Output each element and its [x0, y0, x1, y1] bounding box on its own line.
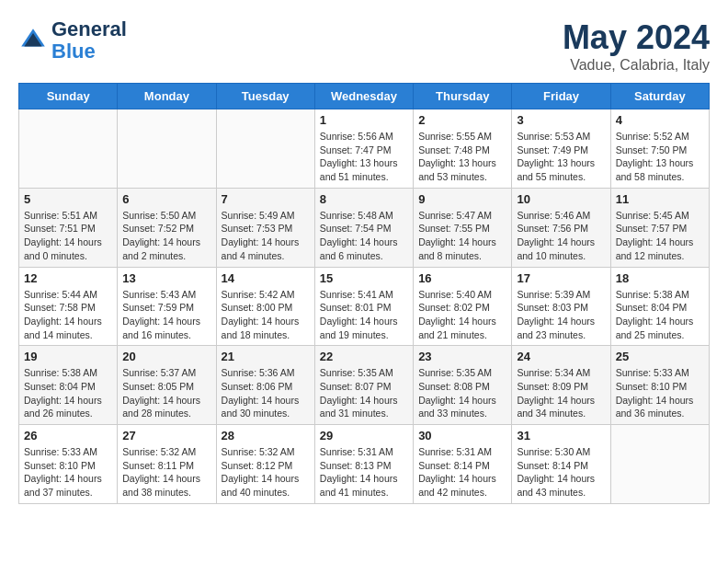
cell-content: Sunset: 7:55 PM: [418, 222, 506, 236]
cell-content: Sunset: 8:14 PM: [517, 459, 605, 473]
cell-content: and 0 minutes.: [24, 249, 112, 263]
cell-content: Sunset: 7:58 PM: [24, 301, 112, 315]
day-number: 5: [24, 192, 112, 206]
cell-content: Sunset: 8:04 PM: [616, 301, 704, 315]
cell-content: Sunset: 8:06 PM: [222, 380, 310, 394]
day-number: 22: [320, 350, 408, 363]
cell-content: Sunset: 8:00 PM: [222, 301, 310, 315]
cell-content: Daylight: 14 hours: [24, 315, 112, 328]
cell-content: Sunrise: 5:48 AM: [320, 209, 408, 223]
cell-content: and 14 minutes.: [24, 328, 112, 342]
cell-content: and 43 minutes.: [517, 486, 605, 500]
day-number: 25: [616, 350, 704, 363]
day-number: 18: [616, 271, 704, 285]
cell-content: Sunset: 8:10 PM: [24, 459, 112, 473]
calendar-cell: 30Sunrise: 5:31 AMSunset: 8:14 PMDayligh…: [414, 425, 512, 504]
cell-content: Sunset: 7:49 PM: [517, 144, 605, 157]
cell-content: Sunrise: 5:51 AM: [24, 209, 112, 223]
cell-content: and 38 minutes.: [122, 486, 210, 500]
calendar-cell: 2Sunrise: 5:55 AMSunset: 7:48 PMDaylight…: [414, 109, 512, 189]
cell-content: and 51 minutes.: [320, 170, 408, 184]
cell-content: Daylight: 14 hours: [24, 394, 112, 408]
calendar-cell: 28Sunrise: 5:32 AMSunset: 8:12 PMDayligh…: [216, 425, 314, 504]
calendar-cell: 12Sunrise: 5:44 AMSunset: 7:58 PMDayligh…: [19, 267, 118, 346]
cell-content: and 28 minutes.: [122, 407, 210, 420]
day-number: 21: [222, 350, 310, 363]
cell-content: and 19 minutes.: [320, 328, 408, 342]
day-number: 2: [418, 113, 506, 127]
cell-content: and 37 minutes.: [24, 486, 112, 500]
cell-content: Sunrise: 5:30 AM: [517, 445, 605, 459]
cell-content: and 40 minutes.: [222, 486, 310, 500]
cell-content: Daylight: 13 hours: [616, 156, 704, 170]
day-number: 27: [122, 429, 210, 442]
cell-content: Daylight: 13 hours: [418, 156, 506, 170]
cell-content: Daylight: 14 hours: [122, 236, 210, 249]
cell-content: Sunrise: 5:52 AM: [616, 130, 704, 144]
week-row-3: 12Sunrise: 5:44 AMSunset: 7:58 PMDayligh…: [19, 267, 710, 346]
calendar-cell: 13Sunrise: 5:43 AMSunset: 7:59 PMDayligh…: [118, 267, 216, 346]
cell-content: Daylight: 14 hours: [122, 394, 210, 408]
cell-content: and 23 minutes.: [517, 328, 605, 342]
cell-content: and 8 minutes.: [418, 249, 506, 263]
calendar-cell: [118, 109, 216, 189]
day-number: 9: [418, 192, 506, 206]
calendar-cell: 3Sunrise: 5:53 AMSunset: 7:49 PMDaylight…: [512, 109, 610, 189]
cell-content: Sunrise: 5:33 AM: [616, 366, 704, 380]
location-subtitle: Vadue, Calabria, Italy: [563, 57, 710, 74]
week-row-4: 19Sunrise: 5:38 AMSunset: 8:04 PMDayligh…: [19, 346, 710, 425]
calendar-cell: 31Sunrise: 5:30 AMSunset: 8:14 PMDayligh…: [512, 425, 610, 504]
day-number: 11: [616, 192, 704, 206]
day-number: 30: [418, 429, 506, 442]
cell-content: Sunset: 8:11 PM: [122, 459, 210, 473]
cell-content: Sunset: 8:10 PM: [616, 380, 704, 394]
cell-content: Sunrise: 5:43 AM: [122, 288, 210, 302]
cell-content: Daylight: 14 hours: [418, 472, 506, 486]
calendar-cell: 29Sunrise: 5:31 AMSunset: 8:13 PMDayligh…: [314, 425, 413, 504]
cell-content: Sunrise: 5:45 AM: [616, 209, 704, 223]
calendar-cell: 4Sunrise: 5:52 AMSunset: 7:50 PMDaylight…: [610, 109, 709, 189]
cell-content: Sunrise: 5:47 AM: [418, 209, 506, 223]
cell-content: Daylight: 14 hours: [616, 315, 704, 328]
cell-content: and 10 minutes.: [517, 249, 605, 263]
day-number: 23: [418, 350, 506, 363]
week-row-5: 26Sunrise: 5:33 AMSunset: 8:10 PMDayligh…: [19, 425, 710, 504]
calendar-cell: 20Sunrise: 5:37 AMSunset: 8:05 PMDayligh…: [118, 346, 216, 425]
day-number: 31: [517, 429, 605, 442]
weekday-header-saturday: Saturday: [610, 84, 709, 109]
cell-content: Daylight: 14 hours: [24, 472, 112, 486]
cell-content: Daylight: 14 hours: [517, 394, 605, 408]
calendar-cell: 27Sunrise: 5:32 AMSunset: 8:11 PMDayligh…: [118, 425, 216, 504]
day-number: 17: [517, 271, 605, 285]
weekday-header-friday: Friday: [512, 84, 610, 109]
logo: GeneralBlue: [18, 18, 127, 63]
calendar-table: SundayMondayTuesdayWednesdayThursdayFrid…: [18, 83, 710, 504]
cell-content: Sunset: 8:13 PM: [320, 459, 408, 473]
cell-content: Sunset: 7:48 PM: [418, 144, 506, 157]
weekday-header-row: SundayMondayTuesdayWednesdayThursdayFrid…: [19, 84, 710, 109]
calendar-cell: 24Sunrise: 5:34 AMSunset: 8:09 PMDayligh…: [512, 346, 610, 425]
day-number: 1: [320, 113, 408, 127]
cell-content: Sunset: 8:08 PM: [418, 380, 506, 394]
cell-content: Daylight: 14 hours: [320, 394, 408, 408]
day-number: 10: [517, 192, 605, 206]
cell-content: and 16 minutes.: [122, 328, 210, 342]
cell-content: Daylight: 14 hours: [418, 394, 506, 408]
cell-content: Sunrise: 5:56 AM: [320, 130, 408, 144]
cell-content: Daylight: 14 hours: [222, 472, 310, 486]
cell-content: Sunset: 7:53 PM: [222, 222, 310, 236]
cell-content: Sunset: 8:07 PM: [320, 380, 408, 394]
cell-content: Sunrise: 5:49 AM: [222, 209, 310, 223]
day-number: 20: [122, 350, 210, 363]
cell-content: and 12 minutes.: [616, 249, 704, 263]
week-row-1: 1Sunrise: 5:56 AMSunset: 7:47 PMDaylight…: [19, 109, 710, 189]
cell-content: and 21 minutes.: [418, 328, 506, 342]
calendar-cell: 19Sunrise: 5:38 AMSunset: 8:04 PMDayligh…: [19, 346, 118, 425]
cell-content: Sunrise: 5:38 AM: [616, 288, 704, 302]
cell-content: and 31 minutes.: [320, 407, 408, 420]
cell-content: Sunrise: 5:55 AM: [418, 130, 506, 144]
cell-content: Sunrise: 5:38 AM: [24, 366, 112, 380]
week-row-2: 5Sunrise: 5:51 AMSunset: 7:51 PMDaylight…: [19, 188, 710, 267]
cell-content: Sunset: 8:02 PM: [418, 301, 506, 315]
cell-content: Sunrise: 5:35 AM: [320, 366, 408, 380]
